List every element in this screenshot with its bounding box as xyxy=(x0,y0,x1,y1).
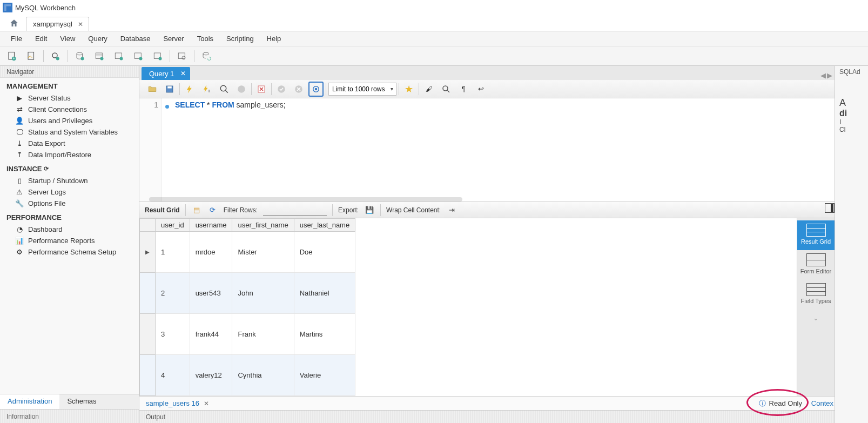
wrap-cell-icon[interactable]: ⇥ xyxy=(446,205,457,216)
cell[interactable]: Cynthia xyxy=(232,355,294,396)
tab-administration[interactable]: Administration xyxy=(0,394,59,409)
cell[interactable]: 3 xyxy=(156,314,190,355)
create-table-button[interactable] xyxy=(92,49,107,64)
code-area[interactable]: SELECT * FROM sample_users; xyxy=(172,98,835,202)
nav-startup-shutdown[interactable]: ▯Startup / Shutdown xyxy=(0,175,139,186)
view-field-types[interactable]: Field Types xyxy=(797,280,835,310)
menu-help[interactable]: Help xyxy=(260,32,288,45)
result-table[interactable]: user_id username user_first_name user_la… xyxy=(139,218,355,396)
nav-performance-reports[interactable]: 📊Performance Reports xyxy=(0,235,139,246)
sql-editor[interactable]: 1 SELECT * FROM sample_users; xyxy=(139,98,835,202)
view-form-editor[interactable]: Form Editor xyxy=(797,250,835,280)
refresh-icon[interactable]: ⟳ xyxy=(207,205,218,216)
search-table-button[interactable] xyxy=(174,49,190,64)
nav-server-status[interactable]: ▶Server Status xyxy=(0,92,139,104)
nav-options-file[interactable]: 🔧Options File xyxy=(0,198,139,209)
beautify-button[interactable]: 🖌 xyxy=(421,82,436,97)
col-user-first-name[interactable]: user_first_name xyxy=(232,219,294,232)
cell[interactable]: Frank xyxy=(232,314,294,355)
panel-toggle-button[interactable] xyxy=(825,203,835,213)
nav-performance-schema-setup[interactable]: ⚙Performance Schema Setup xyxy=(0,246,139,258)
row-selector[interactable] xyxy=(140,232,156,273)
commit-button[interactable] xyxy=(274,82,289,97)
view-result-grid[interactable]: Result Grid xyxy=(797,220,835,250)
execute-cursor-button[interactable]: I xyxy=(199,82,214,97)
filter-rows-input[interactable] xyxy=(263,205,327,216)
nav-dashboard[interactable]: ◔Dashboard xyxy=(0,224,139,235)
cell[interactable]: 4 xyxy=(156,355,190,396)
menu-database[interactable]: Database xyxy=(114,32,157,45)
find-button[interactable] xyxy=(439,82,454,97)
cell[interactable]: mrdoe xyxy=(190,232,232,273)
nav-users-privileges[interactable]: 👤Users and Privileges xyxy=(0,115,139,126)
context-help-link[interactable]: Contex xyxy=(811,399,835,407)
row-selector[interactable] xyxy=(140,314,156,355)
cell[interactable]: John xyxy=(232,273,294,314)
row-selector[interactable] xyxy=(140,355,156,396)
favorite-button[interactable]: ★ xyxy=(401,82,416,97)
connection-tab-xamppmysql[interactable]: xamppmysql ✕ xyxy=(26,17,89,31)
next-icon[interactable]: ▶ xyxy=(827,71,832,79)
create-schema-button[interactable] xyxy=(72,49,88,64)
cell[interactable]: valery12 xyxy=(190,355,232,396)
cell[interactable]: frank44 xyxy=(190,314,232,355)
nav-status-variables[interactable]: 🖵Status and System Variables xyxy=(0,126,139,138)
close-icon[interactable]: ✕ xyxy=(203,400,210,407)
menu-file[interactable]: File xyxy=(4,32,29,45)
stop-button[interactable] xyxy=(234,82,249,97)
row-limit-select[interactable]: Limit to 1000 rows xyxy=(328,83,396,96)
export-icon[interactable]: 💾 xyxy=(364,205,375,216)
query-tab-1[interactable]: Query 1 ✕ xyxy=(142,67,190,80)
wrap-button[interactable]: ↩ xyxy=(473,82,488,97)
col-username[interactable]: username xyxy=(190,219,232,232)
open-file-button[interactable] xyxy=(145,82,160,97)
autocommit-button[interactable] xyxy=(308,82,324,97)
open-sql-button[interactable] xyxy=(24,49,39,64)
execute-button[interactable] xyxy=(182,82,197,97)
cell[interactable]: 1 xyxy=(156,232,190,273)
row-selector[interactable] xyxy=(140,273,156,314)
create-procedure-button[interactable] xyxy=(131,49,146,64)
cell[interactable]: Mister xyxy=(232,232,294,273)
cell[interactable]: user543 xyxy=(190,273,232,314)
refresh-icon[interactable]: ⟳ xyxy=(44,165,49,172)
nav-data-import[interactable]: ⤒Data Import/Restore xyxy=(0,149,139,160)
menu-tools[interactable]: Tools xyxy=(191,32,220,45)
cell[interactable]: Martins xyxy=(294,314,355,355)
stop-on-error-button[interactable] xyxy=(254,82,269,97)
table-row[interactable]: 3frank44FrankMartins xyxy=(140,314,355,355)
inspector-button[interactable] xyxy=(48,49,63,64)
save-button[interactable] xyxy=(162,82,177,97)
chevron-down-icon[interactable]: ⌄ xyxy=(797,310,835,326)
cell[interactable]: 2 xyxy=(156,273,190,314)
explain-button[interactable] xyxy=(217,82,232,97)
table-row[interactable]: 1mrdoeMisterDoe xyxy=(140,232,355,273)
cell[interactable]: Valerie xyxy=(294,355,355,396)
col-user-last-name[interactable]: user_last_name xyxy=(294,219,355,232)
menu-server[interactable]: Server xyxy=(157,32,190,45)
col-user-id[interactable]: user_id xyxy=(156,219,190,232)
create-function-button[interactable] xyxy=(150,49,165,64)
close-icon[interactable]: ✕ xyxy=(179,70,187,77)
create-view-button[interactable] xyxy=(111,49,126,64)
home-button[interactable] xyxy=(4,16,24,31)
tab-schemas[interactable]: Schemas xyxy=(59,394,104,409)
new-sql-tab-button[interactable]: + xyxy=(4,49,19,64)
nav-server-logs[interactable]: ⚠Server Logs xyxy=(0,186,139,198)
cell[interactable]: Doe xyxy=(294,232,355,273)
grid-icon[interactable]: ▤ xyxy=(191,205,202,216)
menu-query[interactable]: Query xyxy=(82,32,113,45)
table-row[interactable]: 4valery12CynthiaValerie xyxy=(140,355,355,396)
nav-data-export[interactable]: ⤓Data Export xyxy=(0,138,139,149)
table-row[interactable]: 2user543JohnNathaniel xyxy=(140,273,355,314)
reconnect-button[interactable] xyxy=(199,49,214,64)
rollback-button[interactable] xyxy=(291,82,306,97)
menu-edit[interactable]: Edit xyxy=(29,32,53,45)
close-icon[interactable]: ✕ xyxy=(77,21,84,28)
cell[interactable]: Nathaniel xyxy=(294,273,355,314)
nav-client-connections[interactable]: ⇄Client Connections xyxy=(0,104,139,115)
horizontal-scrollbar[interactable] xyxy=(149,197,462,202)
result-tab-sample-users[interactable]: sample_users 16 ✕ xyxy=(144,399,212,407)
row-limit-dropdown[interactable]: Limit to 1000 rows xyxy=(328,83,396,96)
menu-scripting[interactable]: Scripting xyxy=(220,32,260,45)
